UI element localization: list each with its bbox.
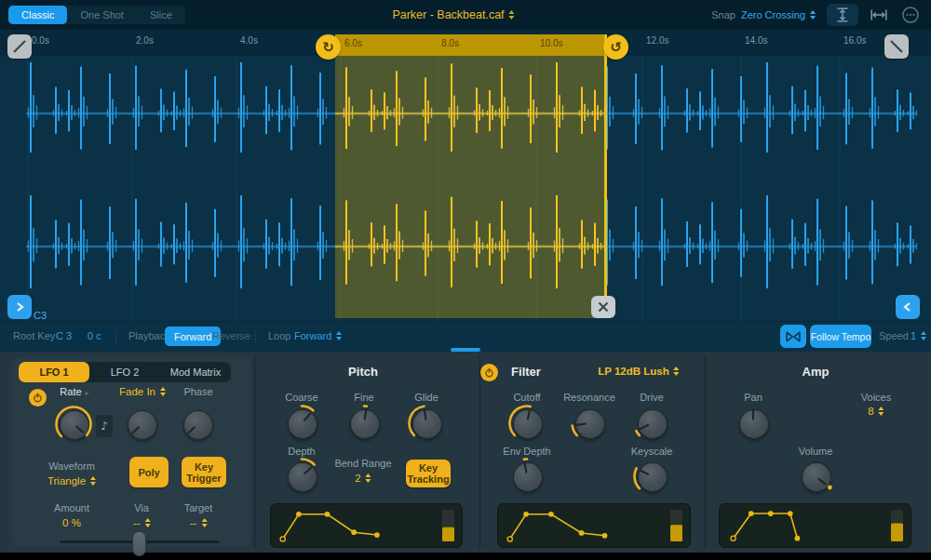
loop-mode-menu[interactable]: Forward	[294, 330, 342, 341]
loop-waveform-clip	[335, 56, 607, 321]
filter-title: Filter	[511, 365, 541, 379]
fit-vertical-button[interactable]	[827, 4, 858, 26]
depth-knob[interactable]	[286, 460, 317, 492]
cutoff-knob[interactable]	[511, 407, 543, 439]
lfo-waveform-menu[interactable]: Triangle	[47, 475, 96, 487]
lfo-amount-value[interactable]: 0 %	[62, 517, 81, 528]
fine-knob[interactable]	[348, 407, 380, 439]
divider	[115, 330, 116, 343]
keyscale-knob[interactable]	[636, 460, 668, 492]
drive-label: Drive	[640, 392, 664, 403]
lfo-amount-label: Amount	[54, 502, 89, 513]
loop-region[interactable]: 6.0s8.0s10.0s ↻ ↺	[335, 34, 607, 318]
filter-power-button[interactable]	[480, 364, 498, 381]
lfo-waveform-value: Triangle	[47, 475, 86, 487]
glide-knob[interactable]	[411, 407, 442, 439]
voices-label: Voices	[861, 392, 891, 403]
amp-envelope-display[interactable]	[719, 503, 911, 548]
chevron-right-icon	[13, 300, 26, 313]
resonance-knob[interactable]	[573, 407, 605, 439]
lfo-phase-knob[interactable]	[182, 408, 213, 440]
mode-tabs: Classic One Shot Slice	[8, 6, 185, 24]
lfo-power-button[interactable]	[29, 389, 47, 407]
speed-menu[interactable]: 1	[911, 330, 926, 341]
key-trigger-button[interactable]: Key Trigger	[182, 457, 226, 487]
filter-envelope-display[interactable]	[497, 503, 691, 548]
top-toolbar: Classic One Shot Slice Parker - Backbeat…	[0, 0, 931, 31]
lfo-target-menu[interactable]: --	[190, 517, 208, 528]
bend-range-stepper-icon[interactable]	[366, 473, 371, 483]
playback-reverse-button[interactable]: Reverse	[212, 330, 250, 341]
sample-name-menu[interactable]: Parker - Backbeat.caf	[392, 0, 514, 30]
root-key-value[interactable]: C 3	[56, 330, 72, 341]
speed-stepper-icon[interactable]	[921, 331, 926, 340]
loop-close-button[interactable]	[591, 296, 615, 318]
lfo-waveform-stepper-icon[interactable]	[90, 476, 96, 486]
pitch-envelope-display[interactable]	[270, 503, 463, 548]
chevron-left-icon	[901, 300, 914, 313]
pan-knob[interactable]	[737, 407, 769, 439]
ruler-tick-label: 0.0s	[32, 35, 49, 46]
lfo-fade-in-knob[interactable]	[126, 408, 157, 440]
volume-knob[interactable]	[800, 460, 831, 492]
lfo-via-menu[interactable]: --	[133, 517, 151, 528]
fade-in-handle[interactable]	[7, 34, 32, 59]
snap-value-menu[interactable]: Zero Crossing	[741, 9, 816, 20]
via-stepper-icon[interactable]	[144, 518, 150, 527]
lfo-rate-knob[interactable]	[58, 408, 89, 440]
tab-slice[interactable]: Slice	[137, 6, 185, 24]
follow-tempo-button[interactable]: Follow Tempo	[810, 325, 871, 348]
env-depth-knob[interactable]	[511, 460, 543, 492]
filter-mode-menu[interactable]: LP 12dB Lush	[598, 366, 679, 377]
drive-knob[interactable]	[636, 407, 668, 439]
sample-stepper-icon[interactable]	[509, 10, 515, 20]
rate-caret-icon: ▸	[86, 389, 89, 397]
lfo-tabs: LFO 1 LFO 2 Mod Matrix	[19, 362, 231, 382]
close-icon	[598, 301, 609, 313]
root-key-label: Root Key	[13, 330, 55, 341]
ruler-tick-label: 14.0s	[745, 35, 767, 46]
lfo-fade-in-menu[interactable]: Fade In	[119, 386, 166, 397]
target-stepper-icon[interactable]	[201, 518, 207, 527]
loop-end-handle[interactable]: ↺	[603, 34, 628, 60]
action-menu-button[interactable]	[899, 4, 922, 26]
bend-range-menu[interactable]: 2	[355, 473, 371, 484]
key-tracking-button[interactable]: Key Tracking	[406, 460, 451, 487]
voices-stepper-icon[interactable]	[879, 407, 884, 416]
expand-right-button[interactable]	[896, 295, 920, 319]
poly-button[interactable]: Poly	[129, 457, 169, 487]
root-key-cents[interactable]: 0 c	[88, 330, 101, 341]
loop-end-edge[interactable]	[604, 34, 607, 318]
tab-mod-matrix[interactable]: Mod Matrix	[160, 362, 231, 382]
filter-mode-value: LP 12dB Lush	[598, 366, 668, 377]
snap-label: Snap	[711, 9, 735, 20]
loop-ruler[interactable]: 6.0s8.0s10.0s	[335, 34, 607, 56]
snap-stepper-icon[interactable]	[810, 10, 816, 20]
divider	[705, 355, 706, 549]
fit-horizontal-icon	[869, 7, 889, 23]
flex-button[interactable]	[780, 325, 806, 348]
fade-out-handle[interactable]	[884, 34, 909, 59]
lfo-amount-slider-thumb[interactable]	[132, 531, 146, 556]
tab-lfo1[interactable]: LFO 1	[19, 362, 89, 382]
coarse-label: Coarse	[285, 392, 317, 403]
waveform-loop-highlight	[335, 56, 607, 321]
fit-horizontal-button[interactable]	[866, 4, 892, 26]
voices-menu[interactable]: 8	[868, 406, 884, 417]
loop-start-handle[interactable]: ↻	[316, 34, 341, 60]
tab-lfo2[interactable]: LFO 2	[89, 362, 160, 382]
rate-sync-note-button[interactable]: ♪	[96, 415, 113, 437]
lfo-via-value: --	[133, 517, 141, 528]
expand-left-button[interactable]	[7, 295, 32, 319]
pitch-title: Pitch	[348, 365, 378, 379]
filter-mode-stepper-icon[interactable]	[674, 367, 680, 376]
coarse-knob[interactable]	[286, 407, 317, 439]
fade-in-stepper-icon[interactable]	[160, 387, 166, 396]
loop-mode-stepper-icon[interactable]	[336, 331, 342, 340]
divider	[254, 355, 255, 549]
fade-out-icon	[884, 34, 909, 59]
tab-classic[interactable]: Classic	[8, 6, 67, 24]
lfo-waveform-label: Waveform	[48, 460, 95, 472]
tab-one-shot[interactable]: One Shot	[67, 6, 136, 24]
ruler-tick-label: 4.0s	[240, 35, 258, 46]
